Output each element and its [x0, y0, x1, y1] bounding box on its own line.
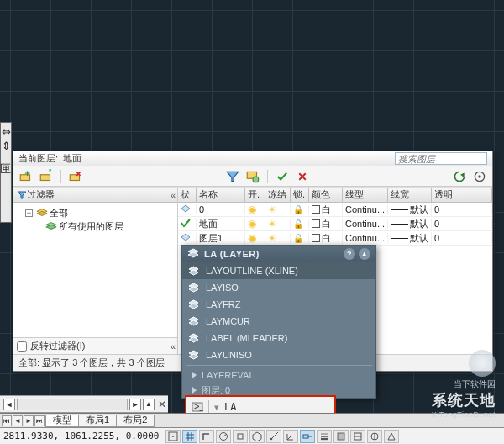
layer-row[interactable]: 图层1◉☀🔓白Continu... 默认0: [178, 231, 492, 246]
collapse-filter-button[interactable]: «: [171, 190, 174, 200]
collapse-h-icon[interactable]: ⇔: [2, 126, 11, 137]
autocomplete-item[interactable]: LAYFRZ: [182, 296, 375, 313]
close-cmdline-button[interactable]: ✕: [156, 399, 168, 410]
lineweight-cell[interactable]: 默认: [388, 218, 432, 230]
delete-button[interactable]: [295, 169, 310, 184]
tab-nav-next[interactable]: ►: [24, 415, 34, 426]
lightbulb-icon[interactable]: ◉: [248, 218, 256, 230]
watermark-line3: XiTongTianDi.net: [432, 410, 496, 419]
autocomplete-sysvar[interactable]: LAYEREVAL: [182, 367, 375, 383]
tree-node-used[interactable]: 所有使用的图层: [15, 219, 176, 233]
transparency-cell[interactable]: 0: [432, 233, 492, 243]
linetype-cell[interactable]: Continu...: [343, 219, 388, 229]
lineweight-cell[interactable]: 默认: [388, 204, 432, 216]
set-current-button[interactable]: [275, 169, 290, 184]
tpy-button[interactable]: [333, 430, 349, 443]
tree-collapse-icon[interactable]: −: [25, 209, 33, 217]
cmd-icon: [187, 282, 199, 293]
snap-button[interactable]: [165, 430, 181, 443]
otrack-button[interactable]: [266, 430, 281, 443]
polar-button[interactable]: [216, 430, 231, 443]
cmd-icon: [187, 332, 199, 344]
lwt-button[interactable]: [317, 430, 332, 443]
reverse-filter-checkbox[interactable]: [17, 341, 27, 352]
scroll-track[interactable]: [17, 399, 128, 410]
col-name[interactable]: 名称: [197, 188, 245, 202]
linetype-cell[interactable]: Continu...: [343, 204, 388, 214]
autocomplete-item[interactable]: LAYOUTLINE (XLINE): [182, 262, 375, 279]
color-swatch[interactable]: [312, 205, 320, 214]
color-swatch[interactable]: [312, 219, 320, 228]
filter-tree-pane: 过滤器 « − 全部 所有使用的图层 反转过滤器(I) «: [13, 188, 178, 354]
history-up-button[interactable]: ▲: [143, 399, 155, 410]
osnap-button[interactable]: [233, 430, 248, 443]
transparency-cell[interactable]: 0: [432, 204, 492, 214]
delete-layer-button[interactable]: [68, 169, 83, 184]
dyn-button[interactable]: [300, 430, 315, 443]
autocomplete-item[interactable]: LAYUNISO: [182, 346, 375, 363]
lock-open-icon[interactable]: 🔓: [293, 219, 303, 229]
new-layer-button[interactable]: [18, 169, 34, 184]
transparency-cell[interactable]: 0: [432, 219, 492, 229]
layer-row[interactable]: 0◉☀🔓白Continu... 默认0: [178, 203, 492, 217]
layer-name-cell[interactable]: 0: [197, 204, 245, 214]
tab-layout2[interactable]: 布局2: [116, 415, 155, 427]
tab-nav-prev[interactable]: ◄: [13, 415, 23, 426]
col-freeze[interactable]: 冻结: [265, 188, 291, 202]
help-button[interactable]: ?: [344, 248, 355, 260]
collapse-v-icon[interactable]: ⇕: [2, 140, 11, 151]
search-layer-input[interactable]: [395, 152, 487, 165]
col-lineweight[interactable]: 线宽: [388, 188, 432, 202]
col-transparency[interactable]: 透明: [432, 188, 492, 202]
collapse-button[interactable]: ▲: [359, 248, 370, 260]
autocomplete-item[interactable]: LAYMCUR: [182, 313, 375, 330]
layer-row[interactable]: 地面◉☀🔓白Continu... 默认0: [178, 217, 492, 231]
filter-tree[interactable]: − 全部 所有使用的图层: [13, 203, 177, 337]
tab-nav-last[interactable]: ⏭: [34, 415, 45, 426]
col-status[interactable]: 状: [178, 188, 197, 202]
layer-states-button[interactable]: [245, 169, 260, 184]
col-on[interactable]: 开.: [245, 188, 265, 202]
autocomplete-item[interactable]: LABEL (MLEADER): [182, 330, 375, 346]
autocomplete-title-text: LA (LAYER): [204, 249, 260, 259]
color-swatch[interactable]: [312, 234, 320, 242]
sun-icon[interactable]: ☀: [268, 204, 276, 215]
qp-button[interactable]: [350, 430, 365, 443]
refresh-button[interactable]: [452, 169, 467, 184]
lineweight-cell[interactable]: 默认: [388, 232, 432, 245]
tab-model[interactable]: 模型: [45, 415, 79, 427]
sc-button[interactable]: [367, 430, 382, 443]
grid-button[interactable]: [182, 430, 197, 443]
svg-marker-13: [460, 172, 465, 177]
lightbulb-icon[interactable]: ◉: [248, 232, 256, 244]
scroll-right-button[interactable]: ►: [129, 399, 141, 410]
col-linetype[interactable]: 线型: [343, 188, 388, 202]
collapse-reverse-button[interactable]: «: [171, 341, 174, 352]
lock-open-icon[interactable]: 🔓: [293, 205, 303, 214]
layers-used-icon: [45, 221, 57, 231]
sun-icon[interactable]: ☀: [268, 233, 276, 244]
linetype-cell[interactable]: Continu...: [343, 233, 388, 243]
tree-node-all[interactable]: − 全部: [15, 206, 176, 219]
new-filter-button[interactable]: [225, 169, 240, 184]
filter-header[interactable]: 过滤器 «: [13, 188, 177, 203]
tab-layout1[interactable]: 布局1: [78, 415, 117, 427]
layer-name-cell[interactable]: 图层1: [197, 232, 245, 245]
col-lock[interactable]: 锁.: [291, 188, 309, 202]
sun-icon[interactable]: ☀: [268, 219, 276, 230]
lock-open-icon[interactable]: 🔓: [293, 234, 303, 243]
tab-nav-first[interactable]: ⏮: [2, 415, 12, 426]
scroll-left-button[interactable]: ◄: [3, 399, 15, 410]
layer-name-cell[interactable]: 地面: [197, 218, 245, 230]
col-color[interactable]: 颜色: [309, 188, 343, 202]
autocomplete-item[interactable]: LAYISO: [182, 279, 375, 296]
new-layer-freeze-button[interactable]: *: [39, 169, 54, 184]
settings-button[interactable]: [472, 169, 487, 184]
ducs-button[interactable]: [283, 430, 298, 443]
3dosnap-button[interactable]: [249, 430, 265, 443]
ortho-button[interactable]: [199, 430, 214, 443]
am-button[interactable]: [384, 430, 399, 443]
triangle-right-icon: [192, 387, 197, 394]
lightbulb-icon[interactable]: ◉: [248, 204, 256, 215]
panel-title-bar[interactable]: 当前图层: 地面: [13, 151, 492, 166]
